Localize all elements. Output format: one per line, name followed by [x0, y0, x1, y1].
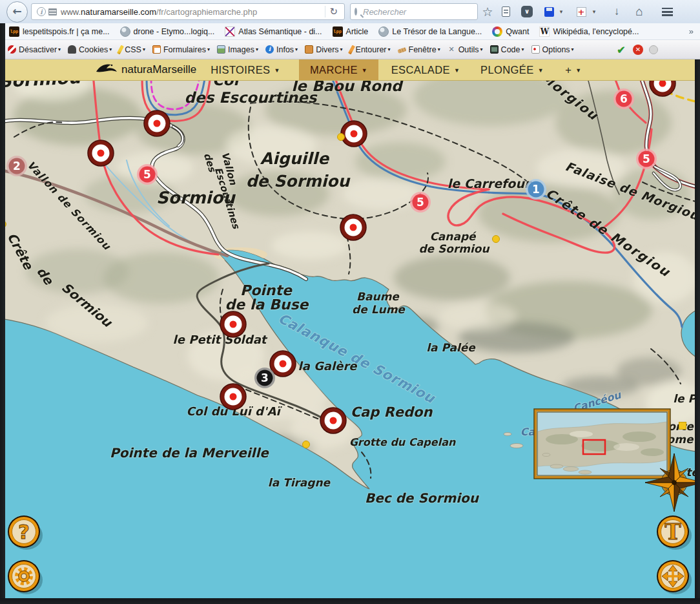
trail-poi-marker[interactable] [320, 408, 346, 433]
bookmark-item[interactable]: lppArticle [333, 26, 369, 37]
nav-item-plonge[interactable]: PLONGÉE▼ [475, 59, 549, 80]
reload-icon[interactable]: ↻ [325, 6, 342, 17]
trail-poi-marker[interactable] [144, 110, 170, 136]
map-label: Sormiou [156, 188, 236, 207]
save-page-caret[interactable]: ▾ [557, 0, 566, 23]
validation-idle-icon[interactable] [647, 40, 660, 59]
trail-poi-marker[interactable] [270, 351, 296, 377]
bookmark-item[interactable]: drone - Etymo...logiq... [120, 26, 215, 37]
trail-poi-marker[interactable] [88, 140, 114, 166]
map-canvas[interactable]: SormiouColdes Escourtinesle Baou Rondde … [0, 0, 700, 604]
brand-name: naturaMarseille [121, 63, 196, 76]
bookmark-item[interactable]: lpplespetitspois.fr | ça me... [9, 26, 110, 37]
chevron-down-icon: ▾ [143, 47, 145, 52]
route-number: 5 [417, 196, 424, 209]
back-button[interactable]: ← [6, 1, 28, 23]
route-number-marker[interactable]: 5 [137, 164, 158, 185]
overview-minimap[interactable] [534, 409, 670, 479]
validation-ok-icon[interactable]: ✔ [615, 40, 628, 59]
bookmark-label: Qwant [506, 27, 529, 36]
route-number-marker[interactable]: 1 [526, 179, 546, 200]
search-bar[interactable] [350, 3, 478, 20]
bookmarks-overflow-chevron[interactable]: » [689, 23, 694, 40]
devbar-item-divers[interactable]: Divers▾ [305, 45, 342, 54]
chevron-down-icon: ▾ [109, 47, 112, 52]
devbar-item-code[interactable]: Code▾ [490, 45, 524, 54]
route-number-marker[interactable]: 3 [254, 368, 275, 388]
map-label: Baume [356, 290, 400, 303]
map-label: Pointe de la Merveille [110, 445, 269, 461]
site-permissions-icon[interactable] [48, 8, 57, 16]
map-label: Ca [520, 426, 536, 438]
route-number-marker[interactable]: 2 [6, 156, 27, 176]
address-bar[interactable]: i www.naturamarseille.com/fr/cartographi… [31, 3, 345, 20]
devbar-item-désactiver[interactable]: Désactiver▾ [8, 45, 61, 54]
page-info-icon[interactable]: i [37, 7, 46, 16]
bookmark-item[interactable]: WWikipédia, l'encyclopé... [539, 26, 639, 37]
site-logo[interactable]: naturaMarseille [96, 59, 196, 80]
devbar-item-outils[interactable]: ✕Outils▾ [448, 45, 483, 54]
map-label: Bec de Sormiou [365, 490, 480, 506]
devbar-item-css[interactable]: CSS▾ [119, 45, 145, 54]
devbar-item-images[interactable]: Images▾ [217, 45, 258, 54]
pencil-yellow-icon [117, 45, 124, 54]
addon-caret[interactable]: ▾ [590, 0, 599, 23]
lpp-favicon-icon: lpp [333, 26, 343, 37]
route-number-marker[interactable]: 5 [410, 192, 431, 213]
window-edge-left [0, 23, 5, 604]
devbar-label: Désactiver [19, 45, 57, 54]
bookmark-item[interactable]: Atlas Sémantique - di... [225, 26, 322, 37]
devbar-item-infos[interactable]: iInfos▾ [265, 45, 298, 54]
clipboard-icon [152, 45, 161, 54]
box-icon [305, 45, 313, 54]
nav-label: ESCALADE [391, 64, 450, 76]
devbar-label: Infos [276, 45, 294, 54]
search-input[interactable] [362, 6, 478, 17]
nav-item-marche[interactable]: MARCHE▼ [299, 59, 378, 80]
bookmark-item[interactable]: Le Trésor de la Langue... [378, 26, 482, 37]
trail-poi-marker[interactable] [340, 214, 366, 240]
save-page-icon[interactable] [541, 0, 557, 23]
devbar-item-formulaires[interactable]: Formulaires▾ [152, 45, 210, 54]
trail-poi-marker[interactable] [220, 384, 246, 410]
devbar-label: Options [542, 45, 570, 54]
route-number: 1 [532, 183, 540, 196]
nav-item-+[interactable]: +▼ [559, 59, 588, 80]
devbar-item-options[interactable]: Options▾ [531, 45, 574, 54]
chevron-down-icon: ▾ [438, 47, 440, 52]
download-icon[interactable]: ↓ [608, 0, 625, 23]
addon-icon[interactable]: + [573, 0, 589, 23]
reading-list-icon[interactable] [497, 0, 514, 23]
trail-poi-marker[interactable] [341, 121, 367, 147]
devbar-item-entourer[interactable]: Entourer▾ [350, 45, 391, 54]
nav-item-escalade[interactable]: ESCALADE▼ [386, 59, 465, 80]
route-number-marker[interactable]: 5 [636, 149, 657, 169]
route-number-marker[interactable]: 6 [613, 89, 634, 109]
waypoint-square [679, 422, 686, 430]
question-icon: ? [18, 520, 30, 543]
map-label: de la Buse [225, 297, 310, 313]
devbar-label: Images [228, 45, 254, 54]
map-label: la Galère [298, 359, 358, 373]
menu-icon[interactable] [657, 0, 677, 23]
bookmark-label: drone - Etymo...logiq... [134, 27, 215, 36]
qwant-favicon-icon [492, 26, 502, 37]
url-text: www.naturamarseille.com/fr/cartographiem… [61, 7, 322, 17]
nav-item-histoires[interactable]: HISTOIRES▼ [209, 59, 282, 80]
user-icon [68, 45, 76, 54]
bird-logo-icon [96, 62, 118, 78]
trail-poi-marker[interactable] [220, 311, 246, 337]
home-icon[interactable]: ⌂ [630, 0, 648, 23]
browser-toolbar: ← i www.naturamarseille.com/fr/cartograp… [0, 0, 700, 24]
window-edge-bottom [0, 598, 700, 604]
devbar-item-fenêtre[interactable]: Fenêtre▾ [398, 45, 440, 54]
route-number: 6 [620, 92, 628, 105]
bookmark-item[interactable]: Qwant [492, 26, 529, 37]
devbar-item-cookies[interactable]: Cookies▾ [68, 45, 112, 54]
chevron-down-icon: ▼ [538, 67, 544, 74]
validation-error-icon[interactable]: ✕ [632, 40, 644, 59]
nav-label: PLONGÉE [480, 64, 534, 76]
bookmark-star-icon[interactable]: ☆ [479, 0, 497, 23]
map-label: Aiguille [260, 149, 330, 168]
pocket-icon[interactable]: ∨ [518, 0, 536, 23]
